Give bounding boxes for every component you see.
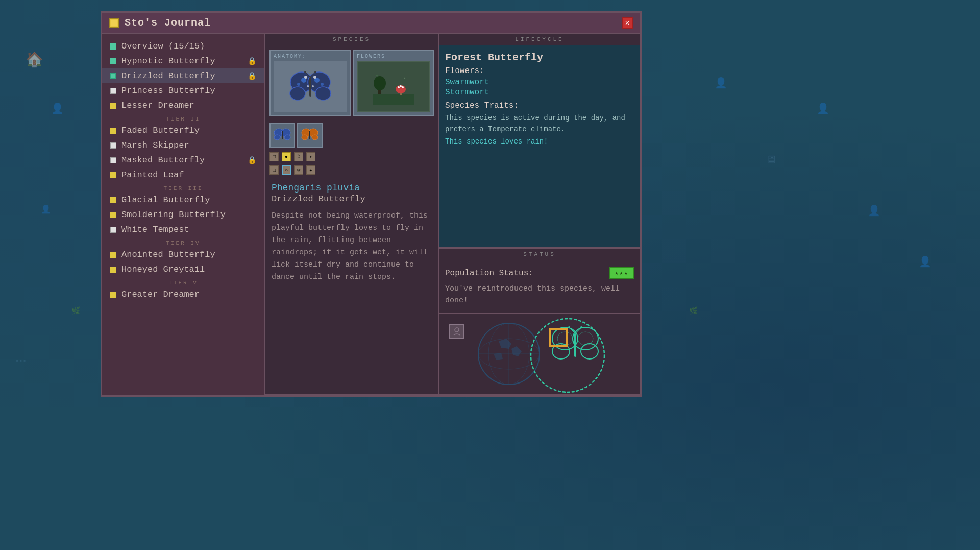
- species-desc-panel: Phengaris pluvia Drizzled Butterfly Desp…: [265, 177, 438, 394]
- sidebar-item-marsh-skipper[interactable]: Marsh Skipper: [102, 138, 264, 153]
- smoldering-dot: [110, 212, 116, 218]
- sidebar-item-greater-dreamer[interactable]: Greater Dreamer: [102, 287, 264, 302]
- snowflake-icon: ❄: [294, 165, 303, 175]
- drizzled-label: Drizzled Butterfly: [121, 71, 215, 81]
- population-badge: ★★★: [609, 267, 634, 279]
- sidebar-item-honeyed-greytail[interactable]: Honeyed Greytail: [102, 262, 264, 277]
- right-panel: SPECIES ANATOMY:: [265, 34, 640, 395]
- variant-blue: [270, 123, 295, 148]
- princess-label: Princess Butterfly: [121, 86, 215, 95]
- sidebar-item-faded-butterfly[interactable]: Faded Butterfly: [102, 123, 264, 138]
- svg-point-22: [398, 86, 400, 88]
- lesser-dot: [110, 103, 116, 109]
- tier4-label: TIER IV: [102, 237, 264, 247]
- sidebar-item-overview[interactable]: Overview (15/15): [102, 39, 264, 54]
- special-trait: This species loves rain!: [445, 137, 634, 146]
- painted-dot: [110, 172, 116, 178]
- sidebar-item-hypnotic-butterfly[interactable]: Hypnotic Butterfly 🔒: [102, 54, 264, 68]
- sidebar-item-drizzled-butterfly[interactable]: Drizzled Butterfly 🔒: [102, 68, 264, 83]
- moon-icon: ☽: [294, 152, 303, 161]
- svg-point-3: [315, 87, 331, 100]
- white-tempest-dot: [110, 227, 116, 233]
- status-header: STATUS: [439, 248, 640, 260]
- svg-point-16: [314, 71, 316, 73]
- drizzled-dot: [110, 73, 116, 79]
- smoldering-label: Smoldering Butterfly: [121, 210, 226, 220]
- sun-icon: ●: [282, 152, 291, 161]
- glacial-label: Glacial Butterfly: [121, 195, 210, 205]
- anointed-label: Anointed Butterfly: [121, 250, 215, 259]
- svg-rect-31: [282, 131, 283, 139]
- hypnotic-dot: [110, 58, 116, 64]
- svg-point-28: [274, 135, 280, 140]
- sidebar-item-white-tempest[interactable]: White Tempest: [102, 222, 264, 237]
- close-button[interactable]: ✕: [622, 17, 633, 29]
- tier3-label: TIER III: [102, 182, 264, 193]
- species-latin-name: Phengaris pluvia: [272, 183, 432, 193]
- content-area: Overview (15/15) Hypnotic Butterfly 🔒 Dr…: [102, 34, 640, 395]
- svg-point-23: [400, 85, 402, 87]
- masked-label: Masked Butterfly: [121, 155, 205, 165]
- faded-label: Faded Butterfly: [121, 126, 200, 135]
- status-section: STATUS Population Status: ★★★ You've rei…: [439, 248, 640, 313]
- svg-rect-17: [373, 94, 414, 105]
- sidebar: Overview (15/15) Hypnotic Butterfly 🔒 Dr…: [102, 34, 265, 395]
- sidebar-item-painted-leaf[interactable]: Painted Leaf: [102, 168, 264, 182]
- svg-point-1: [290, 87, 305, 100]
- svg-point-5: [297, 83, 300, 86]
- journal-window: Sto's Journal ✕ Overview (15/15) Hypnoti…: [101, 11, 642, 397]
- sidebar-item-masked-butterfly[interactable]: Masked Butterfly 🔒: [102, 153, 264, 168]
- svg-point-9: [313, 76, 316, 79]
- honeyed-label: Honeyed Greytail: [121, 265, 205, 274]
- lifecycle-title: Forest Butterfly: [445, 52, 634, 63]
- masked-lock-icon: 🔒: [248, 156, 256, 164]
- painted-label: Painted Leaf: [121, 170, 184, 180]
- svg-point-15: [304, 71, 306, 73]
- marsh-label: Marsh Skipper: [121, 140, 189, 150]
- greater-dot: [110, 292, 116, 298]
- overview-label: Overview (15/15): [121, 41, 205, 51]
- flowers-label: FLOWERS: [357, 54, 430, 59]
- selection-square: [549, 328, 568, 347]
- tier5-label: TIER V: [102, 277, 264, 287]
- flower1: Swarmwort: [445, 78, 634, 87]
- flower2: Stormwort: [445, 88, 634, 97]
- journal-icon: [109, 18, 119, 28]
- species-common-name: Drizzled Butterfly: [272, 194, 432, 204]
- tier2-label: TIER II: [102, 113, 264, 123]
- honeyed-dot: [110, 267, 116, 273]
- svg-text:~: ~: [376, 73, 378, 78]
- species-description: Despite not being waterproof, this playf…: [272, 210, 432, 283]
- svg-point-30: [284, 135, 290, 140]
- profile-icon: [449, 324, 464, 339]
- title-bar: Sto's Journal ✕: [102, 13, 640, 34]
- anatomy-label: ANATOMY:: [274, 54, 347, 59]
- sidebar-item-princess-butterfly[interactable]: Princess Butterfly: [102, 83, 264, 98]
- checkbox-icon: □: [270, 152, 279, 161]
- sidebar-item-glacial-butterfly[interactable]: Glacial Butterfly: [102, 193, 264, 207]
- princess-dot: [110, 88, 116, 94]
- svg-point-7: [321, 83, 324, 86]
- svg-point-19: [374, 76, 386, 90]
- lesser-label: Lesser Dreamer: [121, 101, 194, 110]
- sidebar-item-anointed-butterfly[interactable]: Anointed Butterfly: [102, 247, 264, 262]
- population-label: Population Status:: [445, 269, 604, 278]
- svg-point-10: [307, 85, 309, 87]
- svg-rect-12: [309, 77, 311, 97]
- species-header: SPECIES: [265, 34, 438, 45]
- variant-blue-svg: [273, 127, 291, 144]
- sidebar-item-smoldering-butterfly[interactable]: Smoldering Butterfly: [102, 207, 264, 222]
- lifecycle-panel: LIFECYCLE Forest Butterfly Flowers: Swar…: [439, 34, 640, 394]
- cursor-indicator: ○: [282, 165, 291, 175]
- anatomy-box: ANATOMY:: [270, 50, 351, 116]
- hypnotic-lock-icon: 🔒: [248, 57, 256, 65]
- sparkle-icon: ✦: [306, 165, 315, 175]
- lifecycle-circle-svg: [527, 316, 608, 394]
- svg-point-54: [531, 319, 604, 392]
- drizzled-lock-icon: 🔒: [248, 71, 256, 80]
- flower-box: FLOWERS: [353, 50, 434, 116]
- lifecycle-viz: [439, 313, 640, 394]
- masked-dot: [110, 157, 116, 163]
- svg-point-33: [302, 135, 308, 140]
- sidebar-item-lesser-dreamer[interactable]: Lesser Dreamer: [102, 98, 264, 113]
